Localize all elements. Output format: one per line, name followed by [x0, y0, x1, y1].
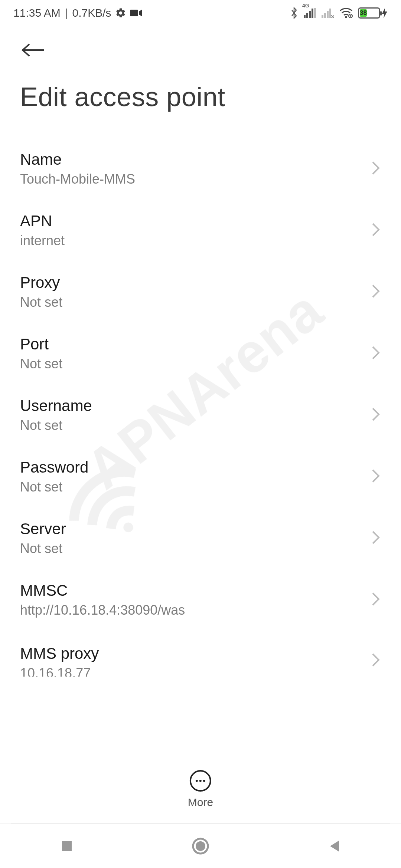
- setting-row-mmsproxy[interactable]: MMS proxy 10.16.18.77: [0, 631, 401, 678]
- status-left: 11:35 AM | 0.7KB/s: [13, 7, 142, 19]
- battery-percent: 38: [360, 9, 367, 17]
- setting-label: MMSC: [20, 582, 185, 599]
- more-icon: [190, 770, 211, 792]
- more-label: More: [188, 796, 213, 809]
- chevron-right-icon: [371, 529, 381, 547]
- setting-value: Touch-Mobile-MMS: [20, 171, 135, 187]
- setting-value: Not set: [20, 356, 62, 372]
- setting-label: MMS proxy: [20, 645, 99, 662]
- setting-value: http://10.16.18.4:38090/was: [20, 602, 185, 618]
- setting-label: Password: [20, 458, 88, 476]
- svg-rect-5: [314, 8, 316, 18]
- wifi-icon: [339, 8, 353, 18]
- svg-rect-0: [130, 10, 138, 16]
- setting-row-password[interactable]: Password Not set: [0, 446, 401, 507]
- setting-value: internet: [20, 233, 65, 249]
- setting-value: Not set: [20, 541, 66, 556]
- svg-rect-4: [312, 9, 313, 18]
- chevron-right-icon: [371, 221, 381, 239]
- chevron-right-icon: [371, 652, 381, 670]
- signal-4g-icon: 4G: [304, 8, 316, 18]
- svg-rect-1: [304, 15, 306, 18]
- setting-value: 10.16.18.77: [20, 665, 99, 677]
- square-icon: [61, 840, 73, 852]
- svg-rect-6: [322, 15, 323, 18]
- setting-label: Proxy: [20, 274, 62, 292]
- chevron-right-icon: [371, 283, 381, 301]
- nav-home-button[interactable]: [189, 835, 212, 857]
- chevron-right-icon: [371, 406, 381, 424]
- nav-recent-button[interactable]: [56, 835, 78, 857]
- setting-row-mmsc[interactable]: MMSC http://10.16.18.4:38090/was: [0, 569, 401, 631]
- bluetooth-icon: [290, 7, 299, 19]
- more-button[interactable]: More: [188, 770, 213, 809]
- setting-label: Server: [20, 520, 66, 538]
- setting-row-port[interactable]: Port Not set: [0, 323, 401, 384]
- setting-value: Not set: [20, 295, 62, 310]
- battery-indicator: 38: [358, 7, 388, 19]
- chevron-right-icon: [371, 345, 381, 362]
- setting-row-server[interactable]: Server Not set: [0, 507, 401, 569]
- svg-rect-8: [327, 11, 329, 18]
- app-bar: [0, 26, 401, 67]
- status-divider: |: [65, 7, 68, 19]
- status-bar: 11:35 AM | 0.7KB/s 4G 38: [0, 0, 401, 26]
- chevron-right-icon: [371, 160, 381, 178]
- setting-value: Not set: [20, 479, 88, 495]
- svg-rect-3: [309, 11, 311, 18]
- svg-rect-7: [324, 13, 326, 18]
- gear-icon: [115, 7, 126, 19]
- nav-back-button[interactable]: [323, 835, 345, 857]
- setting-label: Username: [20, 397, 92, 415]
- chevron-right-icon: [371, 591, 381, 609]
- circle-icon: [192, 838, 209, 855]
- chevron-right-icon: [371, 468, 381, 486]
- setting-row-proxy[interactable]: Proxy Not set: [0, 261, 401, 323]
- svg-rect-13: [62, 841, 72, 851]
- setting-row-name[interactable]: Name Touch-Mobile-MMS: [0, 138, 401, 200]
- svg-rect-9: [329, 9, 331, 18]
- setting-label: APN: [20, 212, 65, 230]
- setting-label: Name: [20, 151, 135, 168]
- svg-rect-2: [306, 13, 308, 18]
- back-button[interactable]: [20, 37, 46, 63]
- navigation-bar: [0, 823, 401, 868]
- status-data-rate: 0.7KB/s: [72, 7, 111, 19]
- setting-row-username[interactable]: Username Not set: [0, 384, 401, 446]
- arrow-left-icon: [21, 43, 45, 57]
- status-right: 4G 38: [290, 7, 388, 19]
- setting-row-apn[interactable]: APN internet: [0, 200, 401, 261]
- triangle-left-icon: [328, 839, 340, 853]
- svg-point-10: [345, 16, 347, 18]
- signal-sim2-icon: [322, 8, 334, 18]
- settings-list: Name Touch-Mobile-MMS APN internet Proxy…: [0, 123, 401, 678]
- svg-point-15: [196, 841, 205, 851]
- page-title: Edit access point: [0, 67, 401, 123]
- setting-value: Not set: [20, 418, 92, 433]
- status-time: 11:35 AM: [13, 7, 61, 19]
- charging-bolt-icon: [382, 8, 388, 18]
- camera-icon: [130, 9, 142, 17]
- setting-label: Port: [20, 335, 62, 353]
- network-badge: 4G: [302, 3, 309, 9]
